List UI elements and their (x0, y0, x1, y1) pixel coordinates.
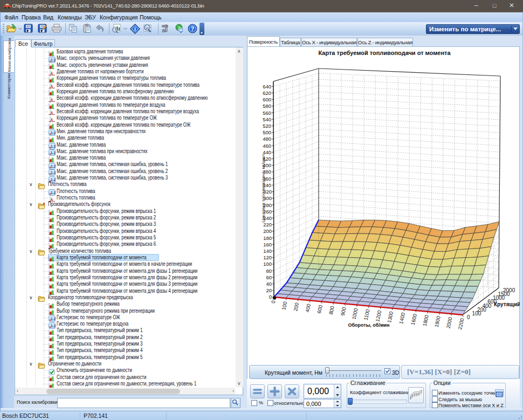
svg-text:1.2: 1.2 (51, 144, 56, 148)
svg-text:100: 100 (280, 301, 288, 311)
svg-text:2000: 2000 (445, 316, 453, 329)
svg-text:100: 100 (263, 261, 272, 267)
svg-text:1000: 1000 (350, 308, 359, 320)
svg-text:2000: 2000 (503, 287, 515, 293)
svg-text:180: 180 (263, 235, 272, 241)
svg-text:1200: 1200 (374, 310, 382, 322)
svg-text:40: 40 (266, 281, 272, 287)
svg-text:80: 80 (266, 268, 272, 274)
svg-text:800: 800 (328, 305, 335, 315)
svg-text:580: 580 (263, 103, 271, 109)
svg-text:1300: 1300 (386, 311, 394, 323)
svg-text:2200: 2200 (457, 318, 465, 330)
svg-text:1600: 1600 (410, 313, 418, 326)
svg-text:10: 10 (146, 26, 149, 30)
svg-text:1400: 1400 (398, 312, 406, 325)
svg-text:160: 160 (263, 242, 272, 247)
svg-text:1.2: 1.2 (51, 171, 56, 175)
svg-text:20: 20 (266, 287, 272, 293)
svg-text:480: 480 (263, 136, 271, 142)
svg-text:500: 500 (263, 129, 271, 135)
svg-text:560: 560 (263, 110, 271, 116)
svg-text:200: 200 (263, 228, 272, 234)
svg-text:140: 140 (263, 248, 272, 254)
svg-text:200: 200 (292, 302, 300, 312)
svg-text:1800: 1800 (422, 314, 430, 327)
svg-text:900: 900 (340, 307, 347, 316)
svg-text:Обороты, об/мин: Обороты, об/мин (348, 322, 389, 328)
svg-text:600: 600 (263, 97, 271, 102)
svg-text:1.2: 1.2 (51, 318, 56, 321)
svg-text:1.2: 1.2 (51, 164, 56, 168)
svg-text:i: i (134, 26, 136, 32)
svg-text:1.2: 1.2 (51, 58, 56, 62)
svg-text:600: 600 (316, 304, 324, 314)
svg-text:0: 0 (269, 294, 272, 300)
svg-text:60: 60 (266, 274, 272, 280)
svg-text:0: 0 (467, 314, 470, 320)
svg-text:640: 640 (263, 84, 271, 89)
svg-text:120: 120 (263, 254, 272, 260)
svg-text:1.2: 1.2 (51, 324, 56, 328)
svg-text:Цикловая топливоподача, мг/цик: Цикловая топливоподача, мг/цикл (261, 154, 266, 222)
svg-text:Крутящий момент, Нм: Крутящий момент, Нм (494, 301, 520, 307)
svg-text:540: 540 (263, 116, 271, 122)
svg-text:1.2: 1.2 (51, 132, 56, 135)
svg-text:1100: 1100 (362, 309, 370, 321)
svg-text:400: 400 (304, 303, 312, 313)
svg-text:1.2: 1.2 (51, 152, 56, 155)
svg-text:520: 520 (263, 123, 271, 129)
svg-text:0: 0 (270, 300, 277, 304)
svg-text:?: ? (191, 25, 194, 32)
svg-text:1.2: 1.2 (51, 191, 56, 195)
svg-text:620: 620 (263, 90, 271, 96)
svg-text:1900: 1900 (433, 315, 442, 328)
svg-text:460: 460 (263, 143, 271, 149)
